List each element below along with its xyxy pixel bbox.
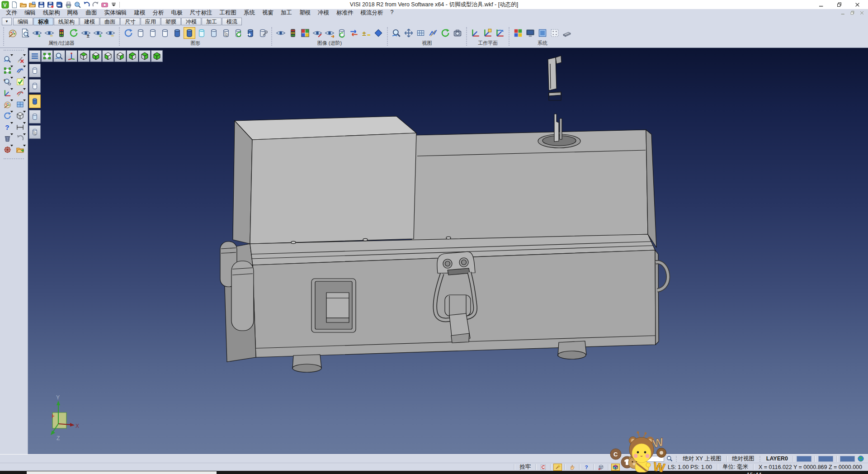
pick-hand-icon[interactable] [568, 464, 576, 471]
tab-1[interactable]: 标准 [33, 18, 53, 25]
move-origin-icon[interactable] [2, 88, 13, 98]
mdi-minimize-button[interactable] [840, 10, 845, 15]
menu-item-18[interactable]: ? [387, 9, 397, 17]
visi-logo-icon[interactable]: V [1, 1, 9, 9]
cad-model-canvas[interactable] [28, 48, 868, 454]
eye-plusminus-icon[interactable]: ± [80, 27, 92, 39]
units-readout[interactable]: 单位: 毫米 [719, 463, 751, 471]
cad-model[interactable] [220, 56, 668, 372]
cylinder-light-icon[interactable] [208, 27, 220, 39]
view-iso-button[interactable] [151, 50, 163, 62]
cylinder-delete-icon[interactable] [220, 27, 232, 39]
qat-dropdown-icon[interactable] [110, 1, 118, 9]
axis-orientation-button[interactable] [66, 50, 77, 62]
toolkit-wheel-icon[interactable] [2, 145, 13, 155]
view-orientation-label[interactable]: 绝对 XY 上视图 [679, 455, 725, 463]
workplane-axes-icon[interactable] [470, 27, 481, 39]
workplane-rotate-icon[interactable] [494, 27, 506, 39]
cylinder-refresh-icon[interactable] [336, 27, 348, 39]
menu-item-8[interactable]: 电极 [168, 9, 186, 17]
view-bottom-button[interactable] [90, 50, 102, 62]
tab-9[interactable]: 加工 [202, 18, 222, 25]
undo-step-icon[interactable] [14, 133, 26, 143]
globe-icon[interactable] [857, 455, 864, 462]
profile-line-icon[interactable] [427, 27, 439, 39]
layer-empty-2-button[interactable] [29, 79, 41, 93]
snap-lock-label[interactable]: 拴牢 [516, 463, 534, 471]
layer-delete-button[interactable] [29, 125, 41, 139]
zoom-dynamic-icon[interactable] [391, 27, 402, 39]
tab-2[interactable]: 线架构 [54, 18, 79, 25]
camera-view-icon[interactable] [452, 27, 463, 39]
view-back-button[interactable] [139, 50, 151, 62]
cylinder-recycle-icon[interactable] [232, 27, 244, 39]
menu-item-2[interactable]: 线架构 [39, 9, 64, 17]
refresh-graphics-icon[interactable] [123, 27, 134, 39]
view-left-button[interactable] [102, 50, 114, 62]
taskbar-strip[interactable]: 15:44 [0, 471, 868, 474]
tab-10[interactable]: 模流 [222, 18, 242, 25]
menu-item-6[interactable]: 建模 [131, 9, 149, 17]
fit-selection-icon[interactable] [2, 66, 13, 76]
layer-active-button[interactable] [29, 95, 41, 108]
restore-button[interactable] [830, 0, 848, 9]
cylinder-outline-icon[interactable] [135, 27, 146, 39]
tab-7[interactable]: 塑膜 [161, 18, 181, 25]
explore-view-icon[interactable] [2, 54, 13, 64]
zoom-fit-button[interactable] [41, 50, 53, 62]
eye-remove-icon[interactable]: − [43, 27, 55, 39]
undo-icon[interactable] [83, 1, 90, 9]
viewport-3d[interactable]: Y X Z [28, 48, 868, 454]
macro-record-icon[interactable] [539, 464, 547, 471]
mdi-restore-button[interactable] [850, 10, 855, 15]
confirm-check-icon[interactable] [14, 77, 26, 87]
menu-item-7[interactable]: 分析 [149, 9, 168, 17]
model-pin[interactable] [554, 114, 562, 142]
save-all-icon[interactable] [56, 1, 63, 9]
panel-grip[interactable] [4, 50, 24, 52]
eye-edit-icon[interactable] [311, 27, 323, 39]
cylinder-blue-icon[interactable] [171, 27, 183, 39]
attributes-palette-icon[interactable] [7, 27, 19, 39]
window-layout-icon[interactable] [14, 100, 26, 109]
active-layer-label[interactable]: LAYER0 [763, 455, 791, 462]
view-right-button[interactable] [114, 50, 126, 62]
context-help-icon[interactable]: ? [582, 464, 591, 471]
pan-view-icon[interactable] [403, 27, 415, 39]
layer-color-swatch-2[interactable] [840, 456, 855, 462]
grid-plane-icon[interactable] [415, 27, 427, 39]
monitor-display-icon[interactable] [524, 27, 536, 39]
viewport-menu-button[interactable] [29, 50, 41, 62]
sketch-curve-icon[interactable] [14, 66, 26, 76]
menu-item-5[interactable]: 实体编辑 [101, 9, 131, 17]
edit-curve-icon[interactable] [14, 88, 26, 98]
tab-8[interactable]: 冲模 [181, 18, 201, 25]
menu-item-14[interactable]: 塑模 [296, 9, 314, 17]
tab-0[interactable]: 编辑 [13, 18, 33, 25]
arrow-swap-icon[interactable] [348, 27, 360, 39]
shade-mode-icon[interactable] [14, 111, 26, 121]
redo-icon[interactable] [92, 1, 99, 9]
cylinder-cyan-icon[interactable] [196, 27, 208, 39]
view-front-button[interactable] [127, 50, 138, 62]
tab-4[interactable]: 曲面 [100, 18, 120, 25]
page-preview-icon[interactable] [19, 27, 31, 39]
cylinder-blue-selected-icon[interactable] [184, 27, 195, 39]
floating-part[interactable] [548, 56, 561, 100]
render-palette-icon[interactable] [299, 27, 311, 39]
cylinder-outline-icon[interactable] [147, 27, 159, 39]
attributes-browser-icon[interactable] [2, 100, 13, 109]
view-reference-label[interactable]: 绝对视图 [729, 455, 758, 463]
menu-item-0[interactable]: 文件 [2, 9, 21, 17]
traffic-light-icon[interactable] [287, 27, 299, 39]
tab-dropdown-button[interactable]: ▼ [2, 18, 12, 25]
cylinder-outline-icon[interactable] [159, 27, 171, 39]
shaded-eye-icon[interactable] [275, 27, 287, 39]
gray-slab-icon[interactable] [561, 27, 573, 39]
cylinder-copy-icon[interactable] [245, 27, 256, 39]
import-file-icon[interactable] [28, 1, 36, 9]
layer-color-swatch-0[interactable] [797, 456, 811, 462]
recessed-latch[interactable] [311, 279, 356, 332]
zoom-window-button[interactable] [53, 50, 65, 62]
menu-item-13[interactable]: 加工 [277, 9, 296, 17]
